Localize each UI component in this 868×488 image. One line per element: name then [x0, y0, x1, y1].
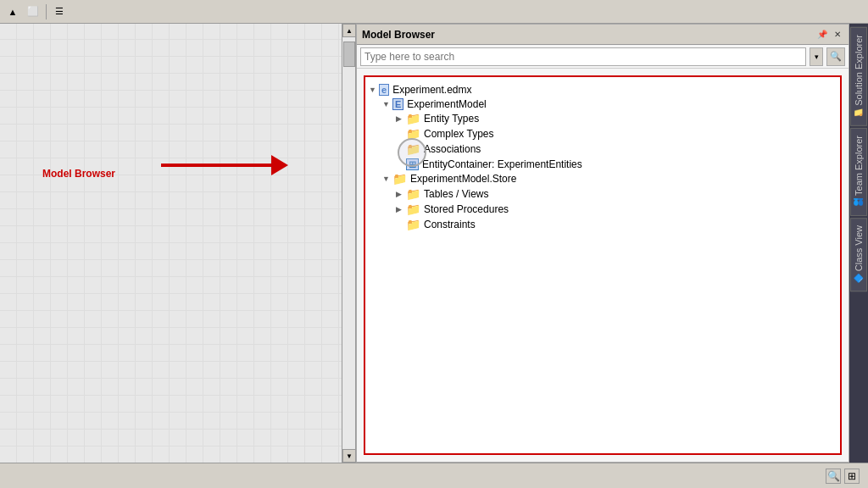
- tree-node-icon: 📁: [406, 218, 420, 231]
- arrow-annotation: [161, 155, 288, 175]
- sidebar-tab-team-explorer[interactable]: 👥 Team Explorer: [850, 128, 867, 216]
- main-area: Model Browser ▲ ▼ Model Browser 📌: [0, 24, 868, 463]
- tree-node-icon: ⊞: [406, 158, 419, 170]
- tree-container: ▼eExperiment.edmx▼EExperimentModel▶📁Enti…: [369, 82, 837, 232]
- tree-node-icon: 📁: [392, 172, 407, 186]
- zoom-icon-btn[interactable]: 🔍: [826, 469, 841, 484]
- tree-node-label: Tables / Views: [424, 188, 488, 200]
- search-go-btn[interactable]: 🔍: [826, 47, 845, 66]
- tree-item[interactable]: ▼eExperiment.edmx: [369, 82, 837, 97]
- tree-item[interactable]: ▶📁Tables / Views: [369, 186, 837, 202]
- window-title: Model Browser: [362, 29, 435, 41]
- model-browser-window: Model Browser 📌 ✕ ▾ 🔍 ▼eExperiment.ed: [356, 24, 849, 463]
- tree-node-icon: 📁: [406, 187, 420, 201]
- tree-node-label: Complex Types: [424, 128, 493, 140]
- tree-item[interactable]: ▼EExperimentModel: [369, 97, 837, 111]
- editor-panel: Model Browser ▲ ▼: [0, 24, 356, 463]
- tree-node-label: Constraints: [424, 219, 476, 230]
- toolbar: ▲ ⬜ ☰: [0, 0, 868, 24]
- tree-node-label: Associations: [424, 143, 481, 155]
- pin-button[interactable]: 📌: [816, 29, 828, 41]
- tree-node-label: ExperimentModel: [407, 98, 486, 110]
- tree-content: ▼eExperiment.edmx▼EExperimentModel▶📁Enti…: [364, 75, 842, 455]
- tree-expander[interactable]: ▶: [396, 114, 406, 123]
- sidebar-tab-solution-explorer[interactable]: 📁 Solution Explorer: [850, 27, 867, 126]
- right-panel: Model Browser 📌 ✕ ▾ 🔍 ▼eExperiment.ed: [356, 24, 868, 463]
- sidebar-tab-class-view[interactable]: 🔷 Class View: [850, 218, 867, 291]
- tree-node-icon: 📁: [406, 112, 420, 125]
- solution-explorer-icon: 📁: [854, 108, 864, 119]
- titlebar-actions: 📌 ✕: [816, 29, 843, 41]
- tree-item[interactable]: 📁Constraints: [369, 217, 837, 232]
- tree-node-icon: e: [379, 83, 389, 96]
- tree-node-icon: 📁: [406, 142, 420, 156]
- zoom-controls: 🔍 ⊞: [826, 469, 860, 484]
- scrollbar-track: [342, 37, 355, 449]
- tree-node-icon: E: [392, 97, 403, 110]
- editor-scrollbar[interactable]: ▲ ▼: [342, 24, 355, 463]
- tree-content-wrapper: ▼eExperiment.edmx▼EExperimentModel▶📁Enti…: [357, 69, 849, 462]
- tree-node-label: Stored Procedures: [424, 203, 509, 215]
- tree-node-label: ExperimentModel.Store: [410, 173, 516, 185]
- tree-expander[interactable]: ▶: [396, 205, 406, 214]
- tree-node-label: EntityContainer: ExperimentEntities: [422, 158, 582, 170]
- bottom-panel: 🔍 ⊞: [0, 463, 868, 488]
- tree-item[interactable]: 📁Associations: [369, 141, 837, 157]
- editor-model-browser-label: Model Browser: [42, 168, 115, 180]
- tree-item[interactable]: ⊞EntityContainer: ExperimentEntities: [369, 157, 837, 171]
- arrow-shaft: [161, 164, 271, 167]
- tree-item[interactable]: 📁Complex Types: [369, 126, 837, 141]
- search-input[interactable]: [360, 47, 806, 66]
- team-explorer-icon: 👥: [854, 198, 864, 208]
- close-button[interactable]: ✕: [832, 29, 843, 41]
- search-dropdown-btn[interactable]: ▾: [810, 47, 823, 66]
- scrollbar-down-btn[interactable]: ▼: [342, 449, 356, 463]
- scrollbar-up-btn[interactable]: ▲: [342, 24, 356, 37]
- tree-expander[interactable]: ▼: [369, 86, 379, 94]
- search-bar: ▾ 🔍: [357, 45, 849, 69]
- arrow-head: [271, 155, 288, 175]
- solution-explorer-label: Solution Explorer: [854, 35, 864, 106]
- class-view-label: Class View: [854, 225, 864, 271]
- tree-expander[interactable]: ▼: [382, 175, 392, 183]
- tree-node-icon: 📁: [406, 127, 420, 141]
- toolbar-separator: [46, 4, 47, 19]
- tree-expander[interactable]: ▶: [396, 190, 406, 198]
- window-titlebar: Model Browser 📌 ✕: [357, 25, 849, 45]
- tree-item[interactable]: ▼📁ExperimentModel.Store: [369, 171, 837, 186]
- tree-item[interactable]: ▶📁Entity Types: [369, 111, 837, 126]
- expand-btn[interactable]: ⊞: [844, 469, 860, 484]
- class-view-icon: 🔷: [854, 274, 864, 284]
- scrollbar-thumb[interactable]: [343, 42, 355, 67]
- toolbar-btn-3[interactable]: ☰: [50, 3, 69, 21]
- tree-item[interactable]: ▶📁Stored Procedures: [369, 202, 837, 217]
- tree-node-label: Experiment.edmx: [392, 84, 471, 96]
- tree-expander[interactable]: ▼: [382, 100, 392, 108]
- tree-node-label: Entity Types: [424, 113, 479, 125]
- tree-node-icon: 📁: [406, 202, 420, 216]
- sidebar-tabs: 📁 Solution Explorer 👥 Team Explorer 🔷 Cl…: [849, 24, 868, 463]
- toolbar-btn-1[interactable]: ▲: [3, 3, 22, 21]
- toolbar-btn-2[interactable]: ⬜: [24, 3, 42, 21]
- team-explorer-label: Team Explorer: [854, 136, 864, 196]
